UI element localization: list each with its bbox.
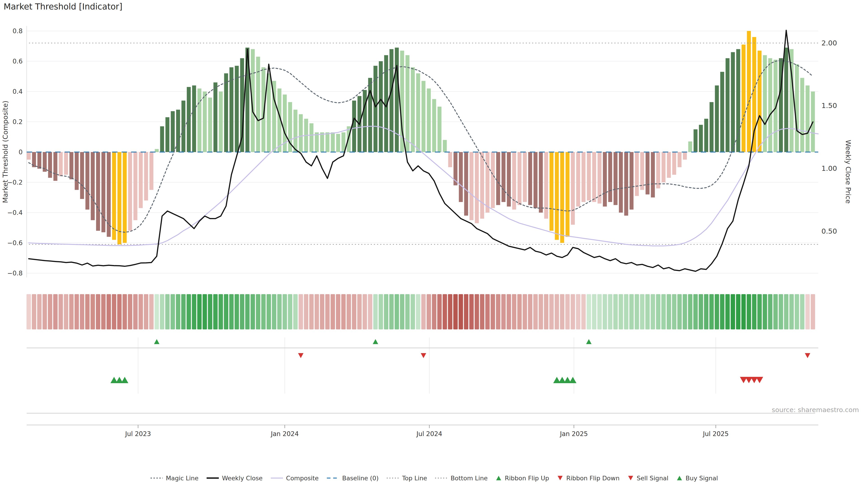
composite-bar bbox=[299, 114, 303, 152]
composite-bar bbox=[651, 152, 655, 197]
ribbon-cell bbox=[213, 294, 218, 329]
ribbon-cell bbox=[26, 294, 31, 329]
ribbon-cell bbox=[666, 294, 671, 329]
composite-bar bbox=[528, 152, 532, 205]
legend-label: Top Line bbox=[402, 475, 427, 482]
ribbon-cell bbox=[709, 294, 714, 329]
legend-item-top-line: Top Line bbox=[386, 475, 427, 482]
ribbon-cell bbox=[341, 294, 346, 329]
ribbon-cell bbox=[506, 294, 511, 329]
right-tick-label: 0.50 bbox=[822, 227, 837, 235]
composite-bar bbox=[683, 152, 687, 160]
ribbon-cell bbox=[704, 294, 709, 329]
left-tick-label: 0.4 bbox=[12, 88, 23, 95]
composite-bar bbox=[640, 152, 644, 190]
ribbon-cell bbox=[587, 294, 591, 329]
ribbon-cell bbox=[283, 294, 287, 329]
composite-bar bbox=[203, 92, 207, 152]
ribbon-cell bbox=[395, 294, 399, 329]
ribbon-cell bbox=[325, 294, 330, 329]
ribbon-cell bbox=[48, 294, 53, 329]
composite-bar bbox=[91, 152, 95, 220]
composite-bar bbox=[320, 132, 324, 152]
ribbon-cell bbox=[261, 294, 266, 329]
ribbon-cell bbox=[448, 294, 453, 329]
ribbon-cell bbox=[315, 294, 319, 329]
line-sample-icon bbox=[270, 475, 283, 481]
composite-bar bbox=[774, 60, 778, 152]
ribbon-cell bbox=[251, 294, 255, 329]
ribbon-cell bbox=[779, 294, 783, 329]
composite-bar bbox=[427, 89, 431, 152]
composite-bar bbox=[459, 152, 463, 202]
ribbon-cell bbox=[453, 294, 458, 329]
ribbon-cell bbox=[186, 294, 191, 329]
legend-marker-glyph bbox=[558, 476, 563, 480]
ribbon-cell bbox=[203, 294, 207, 329]
ribbon-cell bbox=[747, 294, 751, 329]
composite-bar bbox=[704, 119, 708, 152]
ribbon-cell bbox=[496, 294, 500, 329]
composite-bar bbox=[699, 125, 703, 152]
composite-bar bbox=[491, 152, 495, 208]
x-tick-label: Jan 2025 bbox=[559, 430, 588, 437]
composite-bar bbox=[693, 129, 698, 152]
composite-bar bbox=[165, 117, 169, 152]
composite-bar bbox=[763, 55, 767, 152]
ribbon-cell bbox=[277, 294, 282, 329]
ribbon-cell bbox=[677, 294, 682, 329]
x-tick-label: Jul 2023 bbox=[125, 430, 151, 437]
ribbon-cell bbox=[715, 294, 719, 329]
left-tick-label: 0.6 bbox=[12, 58, 23, 65]
composite-bar bbox=[208, 98, 212, 152]
ribbon-cell bbox=[53, 294, 58, 329]
buy-signal-marker bbox=[121, 377, 128, 383]
figure-canvas: Market Threshold [Indicator] 0.80.60.40.… bbox=[0, 0, 868, 488]
ribbon-cell bbox=[133, 294, 138, 329]
ribbon-cell bbox=[363, 294, 367, 329]
ribbon-cell bbox=[784, 294, 789, 329]
ribbon-cell bbox=[544, 294, 549, 329]
composite-bar bbox=[667, 152, 671, 178]
ribbon-cell bbox=[624, 294, 629, 329]
ribbon-cell bbox=[741, 294, 746, 329]
composite-bar bbox=[550, 152, 554, 231]
ribbon-cell bbox=[176, 294, 180, 329]
composite-bar bbox=[118, 152, 122, 245]
buy-signal-marker bbox=[569, 377, 577, 383]
line-sample-icon bbox=[386, 475, 399, 481]
composite-bar bbox=[448, 152, 452, 167]
composite-bar bbox=[128, 152, 132, 231]
ribbon-flip-up-marker bbox=[373, 339, 378, 344]
composite-bars-layer bbox=[27, 31, 815, 245]
composite-bar bbox=[710, 102, 714, 152]
ribbon-cell bbox=[725, 294, 730, 329]
composite-bar bbox=[614, 152, 618, 205]
ribbon-cell bbox=[74, 294, 79, 329]
ribbon-cell bbox=[565, 294, 570, 329]
composite-bar bbox=[438, 107, 442, 152]
composite-bar bbox=[160, 126, 164, 152]
ribbon-cell bbox=[331, 294, 335, 329]
legend-marker-glyph bbox=[628, 476, 633, 480]
ribbon-cell bbox=[518, 294, 522, 329]
ribbon-cell bbox=[533, 294, 538, 329]
composite-bar bbox=[672, 152, 676, 175]
ribbon-cell bbox=[336, 294, 340, 329]
composite-bar bbox=[678, 152, 682, 167]
ribbon-cell bbox=[501, 294, 506, 329]
composite-bar bbox=[390, 49, 394, 152]
ribbon-cell bbox=[32, 294, 36, 329]
composite-bar bbox=[101, 152, 105, 232]
ribbon-cell bbox=[693, 294, 698, 329]
composite-bar bbox=[624, 152, 628, 216]
left-tick-label: −0.2 bbox=[7, 179, 23, 186]
ribbon-cell bbox=[523, 294, 527, 329]
composite-bar bbox=[75, 152, 79, 190]
legend-item-ribbon-flip-down: Ribbon Flip Down bbox=[557, 475, 620, 482]
composite-bar bbox=[123, 152, 127, 243]
composite-bar bbox=[197, 89, 202, 152]
composite-bar bbox=[48, 152, 52, 178]
composite-bar bbox=[422, 81, 426, 152]
ribbon-cell bbox=[688, 294, 692, 329]
